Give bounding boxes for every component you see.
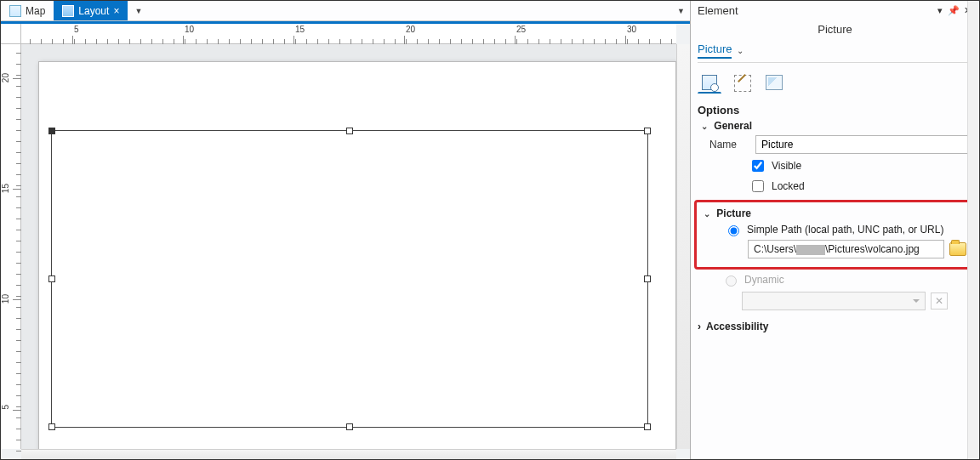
view-tab-bar: Map Layout × ▼ ▼ xyxy=(1,1,690,21)
general-header[interactable]: ⌄ General xyxy=(701,120,972,132)
layout-canvas-pane: Map Layout × ▼ ▼ 51015202530 5101520 xyxy=(1,1,691,459)
tab-list-dropdown-right[interactable]: ▼ xyxy=(677,7,690,15)
chevron-down-icon: ⌄ xyxy=(704,209,710,219)
vertical-ruler[interactable]: 5101520 xyxy=(1,44,21,449)
display-tool-button[interactable] xyxy=(730,71,754,94)
panel-body: Picture ⌄ Options ⌄ General Name xyxy=(691,43,979,459)
panel-subtabs: Picture ⌄ xyxy=(698,43,972,63)
resize-handle-bottom-mid[interactable] xyxy=(346,423,353,430)
path-row: C:\Users\\Pictures\volcano.jpg xyxy=(748,240,966,258)
dynamic-select xyxy=(742,292,926,310)
horizontal-ruler[interactable]: 51015202530 xyxy=(21,24,676,44)
locked-checkbox-row: Locked xyxy=(749,178,972,195)
dynamic-radio-row: Dynamic xyxy=(721,273,972,287)
clear-dynamic-button: ✕ xyxy=(931,292,948,310)
tab-layout[interactable]: Layout × xyxy=(54,1,128,20)
tab-list-dropdown[interactable]: ▼ xyxy=(131,7,145,15)
placement-tool-button[interactable] xyxy=(762,71,786,94)
toolbar-row xyxy=(698,63,972,100)
picture-element-frame[interactable] xyxy=(51,130,648,428)
panel-vertical-scrollbar[interactable] xyxy=(967,1,979,459)
name-field[interactable] xyxy=(755,135,972,154)
chevron-down-icon: ⌄ xyxy=(701,122,708,131)
simple-path-radio[interactable] xyxy=(728,225,739,236)
tab-layout-label: Layout xyxy=(78,5,109,17)
simple-path-label: Simple Path (local path, UNC path, or UR… xyxy=(747,224,943,236)
chevron-down-icon[interactable]: ⌄ xyxy=(737,46,744,55)
resize-handle-mid-left[interactable] xyxy=(48,275,55,282)
element-panel: Element ▾ 📌 ✕ Picture Picture ⌄ Options … xyxy=(691,1,979,459)
ruler-corner xyxy=(1,24,21,44)
placement-icon xyxy=(766,75,783,90)
locked-checkbox[interactable] xyxy=(752,180,764,192)
simple-path-radio-row: Simple Path (local path, UNC path, or UR… xyxy=(724,223,966,236)
visible-checkbox-row: Visible xyxy=(749,157,972,174)
dynamic-label: Dynamic xyxy=(744,274,784,286)
resize-handle-top-mid[interactable] xyxy=(346,128,353,134)
resize-handle-top-left[interactable] xyxy=(48,128,55,134)
panel-options-dropdown[interactable]: ▾ xyxy=(933,5,947,16)
dynamic-radio xyxy=(726,275,737,287)
name-label: Name xyxy=(709,139,749,150)
panel-subtitle: Picture xyxy=(691,20,979,43)
panel-pin-icon[interactable]: 📌 xyxy=(947,5,960,16)
visible-label: Visible xyxy=(772,160,801,172)
layout-icon xyxy=(62,5,74,17)
accessibility-header[interactable]: › Accessibility xyxy=(698,321,972,332)
browse-folder-icon[interactable] xyxy=(949,242,966,256)
picture-group-highlight: ⌄ Picture Simple Path (local path, UNC p… xyxy=(694,200,972,270)
tab-map-label: Map xyxy=(26,5,45,17)
properties-icon xyxy=(702,75,717,90)
vertical-scrollbar[interactable] xyxy=(676,44,690,449)
layout-body: 51015202530 5101520 xyxy=(1,24,690,459)
options-header: Options xyxy=(698,104,972,116)
locked-label: Locked xyxy=(772,180,805,192)
resize-handle-top-right[interactable] xyxy=(644,128,651,134)
horizontal-scrollbar[interactable] xyxy=(21,449,676,459)
resize-handle-bottom-right[interactable] xyxy=(644,423,651,430)
visible-checkbox[interactable] xyxy=(752,160,764,172)
resize-handle-mid-right[interactable] xyxy=(644,275,651,282)
panel-header: Element ▾ 📌 ✕ xyxy=(691,1,979,20)
layout-page[interactable] xyxy=(38,61,676,449)
group-picture: ⌄ Picture Simple Path (local path, UNC p… xyxy=(704,207,966,258)
pencil-icon xyxy=(734,75,749,90)
layout-canvas[interactable] xyxy=(21,44,676,449)
picture-header[interactable]: ⌄ Picture xyxy=(704,207,966,219)
group-general: ⌄ General Name Visible Locked xyxy=(701,120,972,195)
properties-tool-button[interactable] xyxy=(698,71,721,94)
map-icon xyxy=(9,5,21,17)
chevron-right-icon: › xyxy=(698,321,701,332)
redacted-username xyxy=(796,245,825,255)
close-icon[interactable]: × xyxy=(113,6,119,16)
subtab-picture[interactable]: Picture xyxy=(698,43,732,59)
panel-title: Element xyxy=(698,4,738,17)
resize-handle-bottom-left[interactable] xyxy=(48,423,55,430)
tab-map[interactable]: Map xyxy=(1,1,54,20)
path-field[interactable]: C:\Users\\Pictures\volcano.jpg xyxy=(748,240,944,258)
